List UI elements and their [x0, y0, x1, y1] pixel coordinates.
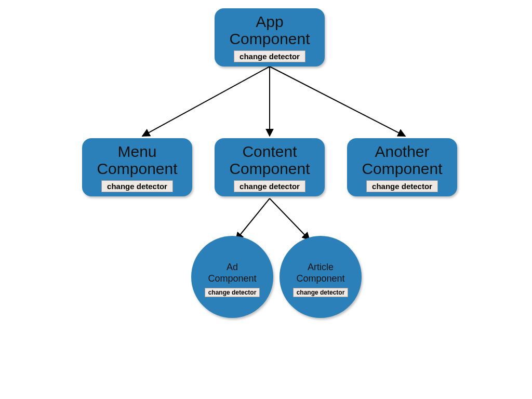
edge-root-another — [270, 66, 405, 136]
node-title: AdComponent — [205, 262, 259, 284]
node-app-component: AppComponent change detector — [215, 8, 325, 66]
node-ad-component: AdComponent change detector — [191, 236, 273, 318]
node-content-component: ContentComponent change detector — [215, 138, 325, 196]
node-title: MenuComponent — [92, 143, 181, 177]
change-detector-badge: change detector — [366, 180, 438, 192]
node-menu-component: MenuComponent change detector — [82, 138, 192, 196]
node-title: AnotherComponent — [357, 143, 446, 177]
node-article-component: ArticleComponent change detector — [280, 236, 362, 318]
change-detector-badge: change detector — [205, 288, 260, 297]
node-another-component: AnotherComponent change detector — [347, 138, 457, 196]
change-detector-badge: change detector — [234, 180, 305, 192]
edge-root-menu — [142, 66, 270, 136]
node-title: ArticleComponent — [293, 262, 348, 284]
edge-content-article — [270, 198, 310, 240]
change-detector-badge: change detector — [234, 50, 305, 62]
node-title: ContentComponent — [225, 143, 314, 177]
node-title: AppComponent — [225, 13, 314, 47]
edge-content-ad — [236, 198, 270, 240]
change-detector-badge: change detector — [101, 180, 173, 192]
change-detector-badge: change detector — [293, 288, 349, 297]
